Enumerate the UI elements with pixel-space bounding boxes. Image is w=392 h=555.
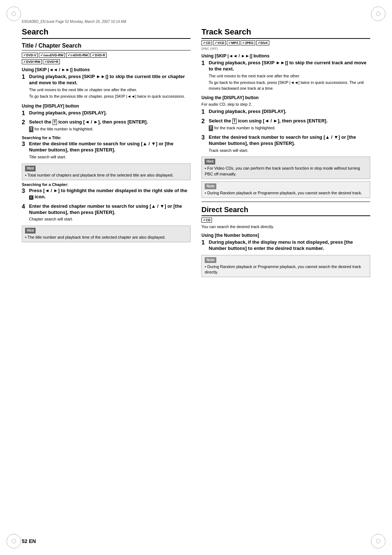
left-step2b-detail: T for the title number is highlighted.	[29, 126, 191, 132]
badge-dvdr: ✓DVD-R	[90, 53, 107, 58]
right-step1-direct-number: 1	[201, 239, 207, 253]
right-step1-display-content: During playback, press [DISPLAY].	[209, 109, 370, 116]
badge-dvdv: ✓DVD-V	[22, 53, 38, 58]
search-section-title: Search	[22, 27, 191, 39]
right-hint-track-label: Hint	[205, 159, 215, 165]
right-step3-display-main: Enter the desired track number to search…	[209, 134, 370, 147]
header-bar: E9GA0BD_EN.book Page 52 Monday, March 26…	[22, 19, 370, 24]
right-note-direct: Note • During Random playback or Program…	[201, 255, 370, 278]
corner-decoration-br	[371, 534, 385, 548]
right-step3-display-detail: Track search will start.	[209, 148, 370, 153]
page-footer: 52 EN	[22, 538, 36, 544]
right-step2-display: 2 Select the T icon using [◄ / ►], then …	[201, 118, 370, 132]
right-column: Track Search ✓CD ✓VCD ✓MP3 ✓JPEG ✓DivX (…	[201, 27, 370, 531]
left-step3-chapter-main: Press [◄ / ►] to highlight the number di…	[29, 188, 191, 200]
left-step3-title: 3 Enter the desired title number to sear…	[22, 141, 191, 161]
left-step3-chapter-number: 3	[22, 188, 27, 201]
left-step4-chapter: 4 Enter the desired chapter number to se…	[22, 203, 191, 223]
left-format-badges-row2: ✓DVD+RW ✓DVD+R	[22, 59, 191, 64]
badge-dvdrw-vr: ✓V-RDVD-RW	[66, 53, 90, 58]
badge-dvdplusr: ✓DVD+R	[43, 59, 60, 64]
left-hint1-label: Hint	[25, 166, 36, 171]
left-hint2-text: • The title number and playback time of …	[25, 235, 166, 239]
left-using-display-label: Using the [DISPLAY] button	[22, 104, 191, 109]
title-chapter-search-subtitle: Title / Chapter Search	[22, 42, 191, 50]
right-note-track-label: Note	[205, 183, 216, 189]
right-hint-track: Hint • For Video CDs, you can perform th…	[201, 157, 370, 179]
right-step2-display-main: Select the T icon using [◄ / ►], then pr…	[209, 118, 370, 124]
left-hint2-label: Hint	[25, 228, 36, 234]
left-step3-title-content: Enter the desired title number to search…	[29, 141, 191, 161]
left-format-badges: ✓DVD-V ✓VideoDVD-RW ✓V-RDVD-RW ✓DVD-R	[22, 53, 191, 58]
right-using-number-label: Using [the Number buttons]	[201, 233, 370, 238]
badge-jpeg: ✓JPEG	[241, 40, 255, 45]
page-number: 52 EN	[22, 538, 36, 544]
left-step1-detail1: The unit moves to the next title or chap…	[29, 87, 191, 93]
left-step4-chapter-number: 4	[22, 203, 27, 223]
icon-track-inline: T	[232, 118, 237, 124]
left-step1b-main: During playback, press [DISPLAY].	[29, 110, 191, 116]
left-step3-title-number: 3	[22, 141, 27, 161]
badge-direct-cd: ✓CD	[201, 218, 212, 223]
right-hint-track-text: • For Video CDs, you can perform the tra…	[205, 166, 360, 176]
left-step1b-content: During playback, press [DISPLAY].	[29, 110, 191, 117]
right-step1-track-number: 1	[201, 60, 207, 92]
right-step2-display-detail: T for the track number is highlighted.	[209, 125, 370, 131]
icon-track-highlight: T	[209, 125, 213, 131]
corner-decoration-tl	[7, 7, 21, 21]
right-step1-direct: 1 During playback, if the display menu i…	[201, 239, 370, 253]
left-step4-chapter-main: Enter the desired chapter number to sear…	[29, 203, 191, 216]
left-step4-chapter-detail: Chapter search will start.	[29, 216, 191, 222]
left-step1b-number: 1	[22, 110, 27, 117]
right-note-track: Note • During Random playback or Program…	[201, 181, 370, 198]
left-step1-content: During playback, press [SKIP ►►|] to ski…	[29, 74, 191, 101]
badge-cd: ✓CD	[201, 40, 212, 45]
right-step2-display-content: Select the T icon using [◄ / ►], then pr…	[209, 118, 370, 132]
icon-title-highlight: T	[29, 126, 33, 132]
left-using-skip-label: Using [SKIP |◄◄ / ►►|] buttons	[22, 67, 191, 72]
right-step1-track-main: During playback, press [SKIP ►►|] to ski…	[209, 60, 370, 72]
left-hint2: Hint • The title number and playback tim…	[22, 226, 191, 242]
badge-vcd: ✓VCD	[213, 40, 226, 45]
left-step1-number: 1	[22, 74, 27, 101]
right-display-note: For audio CD, skip to step 2.	[201, 102, 370, 107]
right-step1-track-content: During playback, press [SKIP ►►|] to ski…	[209, 60, 370, 92]
corner-inner-bl	[12, 539, 16, 543]
right-step1-track-detail1: The unit moves to the next track one aft…	[209, 73, 370, 79]
left-step1-main: During playback, press [SKIP ►►|] to ski…	[29, 74, 191, 86]
left-hint1: Hint • Total number of chapters and play…	[22, 163, 191, 180]
corner-decoration-bl	[7, 534, 21, 548]
left-step1: 1 During playback, press [SKIP ►►|] to s…	[22, 74, 191, 101]
direct-intro: You can search the desired track directl…	[201, 224, 370, 230]
right-using-display-label: Using the [DISPLAY] button	[201, 95, 370, 100]
right-note-direct-label: Note	[205, 257, 216, 263]
left-step4-chapter-content: Enter the desired chapter number to sear…	[29, 203, 191, 223]
chapter-icon: C	[29, 195, 33, 200]
badge-mp3: ✓MP3	[227, 40, 240, 45]
left-step1-detail2: To go back to the previous title or chap…	[29, 94, 191, 99]
right-step1-direct-main: During playback, if the display menu is …	[209, 239, 370, 252]
corner-inner-tl	[12, 12, 16, 16]
right-step1-track: 1 During playback, press [SKIP ►►|] to s…	[201, 60, 370, 92]
corner-decoration-tr	[371, 7, 385, 21]
left-step2b: 2 Select the T icon using [◄ / ►], then …	[22, 119, 191, 133]
right-step3-display-content: Enter the desired track number to search…	[209, 134, 370, 154]
right-step3-display: 3 Enter the desired track number to sear…	[201, 134, 370, 154]
content-area: Search Title / Chapter Search ✓DVD-V ✓Vi…	[22, 27, 370, 531]
direct-search-title: Direct Search	[201, 206, 370, 216]
right-using-skip-label: Using [SKIP |◄◄ / ►►|] buttons	[201, 53, 370, 58]
left-step1b: 1 During playback, press [DISPLAY].	[22, 110, 191, 117]
right-step1-display-main: During playback, press [DISPLAY].	[209, 109, 370, 115]
corner-inner-br	[376, 539, 380, 543]
right-note-direct-text: • During Random playback or Programme pl…	[205, 264, 361, 274]
left-step3-chapter: 3 Press [◄ / ►] to highlight the number …	[22, 188, 191, 201]
left-column: Search Title / Chapter Search ✓DVD-V ✓Vi…	[22, 27, 191, 531]
page-wrapper: E9GA0BD_EN.book Page 52 Monday, March 26…	[0, 0, 392, 555]
left-hint1-text: • Total number of chapters and playback …	[25, 173, 173, 177]
right-step1-display: 1 During playback, press [DISPLAY].	[201, 109, 370, 116]
right-step3-display-number: 3	[201, 134, 207, 154]
searching-chapter-label: Searching for a Chapter:	[22, 182, 191, 187]
right-note-track-text: • During Random playback or Programme pl…	[205, 191, 362, 195]
left-step3-title-main: Enter the desired title number to search…	[29, 141, 191, 153]
badge-dvdplusrw: ✓DVD+RW	[22, 59, 42, 64]
